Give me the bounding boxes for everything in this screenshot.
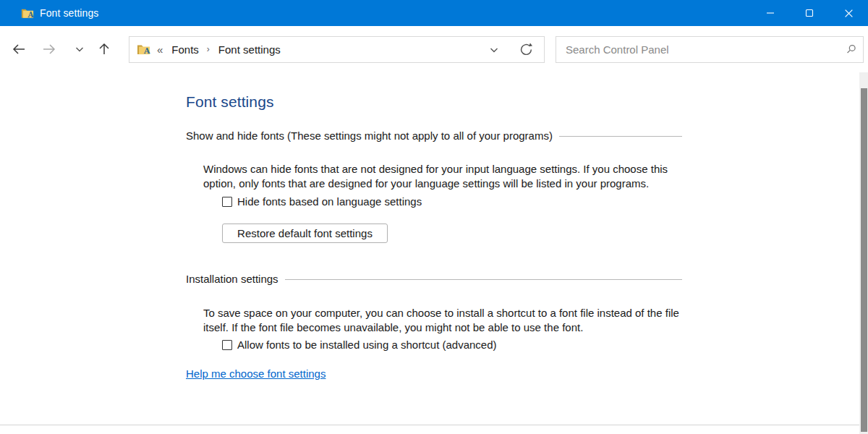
refresh-circle-arrow-icon <box>519 43 533 56</box>
restore-default-font-settings-button[interactable]: Restore default font settings <box>222 224 388 243</box>
back-button[interactable] <box>9 36 29 62</box>
close-button[interactable] <box>829 0 868 26</box>
page-title: Font settings <box>186 93 274 111</box>
section-header-text: Installation settings <box>186 273 278 285</box>
close-icon <box>844 9 854 18</box>
recent-locations-button[interactable] <box>69 36 90 62</box>
bottom-divider <box>0 425 859 425</box>
section-divider <box>559 136 682 137</box>
arrow-right-icon <box>41 42 57 56</box>
breadcrumb-separator[interactable]: › <box>207 44 210 54</box>
maximize-icon <box>805 9 814 17</box>
svg-text:A: A <box>27 9 34 18</box>
search-icon[interactable] <box>838 43 863 56</box>
allow-shortcut-checkbox[interactable] <box>222 340 232 350</box>
scrollbar-thumb[interactable] <box>861 88 867 432</box>
main-content: Font settings Show and hide fonts (These… <box>0 71 859 425</box>
minimize-button[interactable] <box>751 0 790 26</box>
fonts-folder-icon: A <box>137 43 150 56</box>
forward-button[interactable] <box>39 36 59 62</box>
font-settings-window: A Font settings <box>0 0 868 434</box>
address-bar[interactable]: A « Fonts › Font settings <box>129 36 545 63</box>
minimize-icon <box>766 9 775 17</box>
chevron-down-icon <box>75 44 85 54</box>
window-title: Font settings <box>40 7 98 19</box>
arrow-left-icon <box>11 42 27 56</box>
help-choose-font-settings-link[interactable]: Help me choose font settings <box>186 367 326 380</box>
hide-fonts-checkbox-row[interactable]: Hide fonts based on language settings <box>222 195 422 208</box>
up-button[interactable] <box>94 36 114 62</box>
address-dropdown-button[interactable] <box>485 39 503 61</box>
search-box <box>556 36 864 63</box>
fonts-folder-icon: A <box>21 7 34 20</box>
breadcrumb-item-fonts[interactable]: Fonts <box>171 43 199 56</box>
section-header-installation-settings: Installation settings <box>186 273 682 285</box>
breadcrumb-item-font-settings[interactable]: Font settings <box>218 43 281 56</box>
hide-fonts-checkbox-label[interactable]: Hide fonts based on language settings <box>237 195 422 208</box>
section-header-text: Show and hide fonts (These settings migh… <box>186 129 553 142</box>
titlebar: A Font settings <box>0 0 868 26</box>
refresh-button[interactable] <box>516 39 535 61</box>
hide-fonts-checkbox[interactable] <box>222 197 232 207</box>
section-divider <box>285 279 682 280</box>
section-header-show-hide-fonts: Show and hide fonts (These settings migh… <box>186 129 682 142</box>
svg-text:A: A <box>143 46 150 56</box>
window-controls <box>751 0 868 26</box>
installation-settings-description: To save space on your computer, you can … <box>203 306 682 335</box>
show-hide-fonts-description: Windows can hide fonts that are not desi… <box>203 162 682 191</box>
search-input[interactable] <box>556 43 838 56</box>
maximize-button[interactable] <box>790 0 829 26</box>
allow-shortcut-checkbox-row[interactable]: Allow fonts to be installed using a shor… <box>222 339 497 351</box>
allow-shortcut-checkbox-label[interactable]: Allow fonts to be installed using a shor… <box>237 339 497 351</box>
vertical-scrollbar[interactable] <box>859 72 868 434</box>
toolbar: A « Fonts › Font settings <box>0 26 868 71</box>
breadcrumb-overflow[interactable]: « <box>157 43 163 56</box>
chevron-down-icon <box>489 45 499 55</box>
arrow-up-icon <box>97 42 111 56</box>
